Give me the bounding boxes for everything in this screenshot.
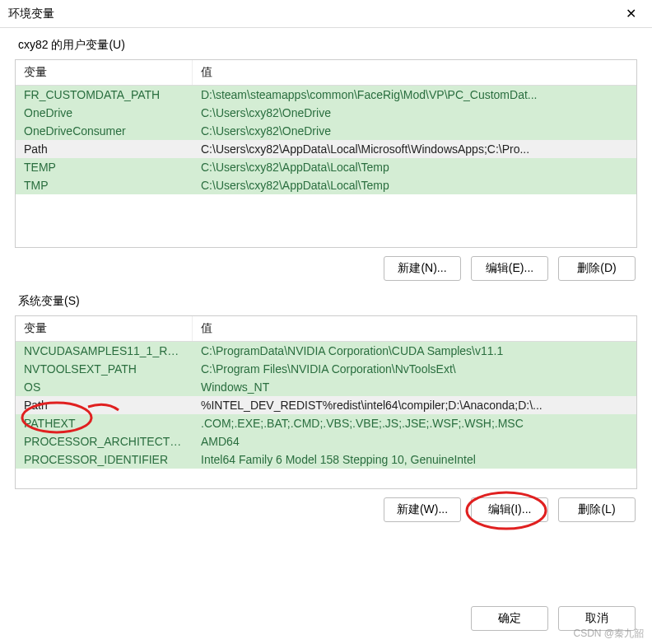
cell-name: TMP [16, 176, 193, 194]
cell-name: NVCUDASAMPLES11_1_RO... [16, 342, 193, 360]
table-row[interactable]: TEMP C:\Users\cxy82\AppData\Local\Temp [16, 158, 636, 176]
table-row[interactable]: OneDrive C:\Users\cxy82\OneDrive [16, 104, 636, 122]
cell-name: OS [16, 378, 193, 396]
table-row[interactable]: Path %INTEL_DEV_REDIST%redist\intel64\co… [16, 396, 636, 414]
cell-value: Windows_NT [193, 378, 636, 396]
col-header-value[interactable]: 值 [193, 316, 636, 341]
dialog-content: cxy82 的用户变量(U) 变量 值 FR_CUSTOMDATA_PATH D… [0, 28, 652, 600]
system-vars-table: 变量 值 NVCUDASAMPLES11_1_RO... C:\ProgramD… [15, 315, 637, 489]
system-vars-body: NVCUDASAMPLES11_1_RO... C:\ProgramData\N… [16, 342, 636, 488]
cell-value: Intel64 Family 6 Model 158 Stepping 10, … [193, 450, 636, 469]
table-row[interactable]: NVTOOLSEXT_PATH C:\Program Files\NVIDIA … [16, 360, 636, 378]
col-header-value[interactable]: 值 [193, 60, 636, 85]
cell-name: Path [16, 396, 193, 414]
dialog-footer: 确定 取消 [0, 600, 652, 644]
user-delete-button[interactable]: 删除(D) [558, 256, 636, 281]
table-row[interactable]: TMP C:\Users\cxy82\AppData\Local\Temp [16, 176, 636, 194]
cell-value: %INTEL_DEV_REDIST%redist\intel64\compile… [193, 396, 636, 414]
cell-name: PROCESSOR_IDENTIFIER [16, 450, 193, 469]
dialog-title: 环境变量 [8, 7, 617, 21]
cell-value: C:\Users\cxy82\AppData\Local\Temp [193, 158, 636, 176]
env-vars-dialog: 环境变量 ✕ cxy82 的用户变量(U) 变量 值 FR_CUSTOMDATA… [0, 0, 652, 644]
cell-value: C:\Program Files\NVIDIA Corporation\NvTo… [193, 360, 636, 378]
user-vars-label: cxy82 的用户变量(U) [18, 38, 637, 53]
cell-value: C:\Users\cxy82\AppData\Local\Microsoft\W… [193, 140, 636, 158]
system-vars-buttons: 新建(W)... 编辑(I)... 删除(L) [15, 497, 637, 522]
cell-name: FR_CUSTOMDATA_PATH [16, 86, 193, 104]
table-row[interactable]: PROCESSOR_IDENTIFIER Intel64 Family 6 Mo… [16, 450, 636, 469]
cell-name: PROCESSOR_ARCHITECTURE [16, 432, 193, 450]
system-edit-button[interactable]: 编辑(I)... [471, 497, 548, 522]
watermark: CSDN @秦九韶 [573, 627, 644, 641]
table-row[interactable]: OneDriveConsumer C:\Users\cxy82\OneDrive [16, 122, 636, 140]
cell-name: OneDriveConsumer [16, 122, 193, 140]
cell-value: .COM;.EXE;.BAT;.CMD;.VBS;.VBE;.JS;.JSE;.… [193, 414, 636, 432]
table-row[interactable]: PATHEXT .COM;.EXE;.BAT;.CMD;.VBS;.VBE;.J… [16, 414, 636, 432]
cell-name: PATHEXT [16, 414, 193, 432]
system-delete-button[interactable]: 删除(L) [558, 497, 636, 522]
system-vars-section: 系统变量(S) 变量 值 NVCUDASAMPLES11_1_RO... C:\… [15, 294, 637, 522]
ok-button[interactable]: 确定 [471, 606, 548, 631]
table-row[interactable]: FR_CUSTOMDATA_PATH D:\steam\steamapps\co… [16, 86, 636, 104]
cell-name: Path [16, 140, 193, 158]
cell-value: C:\Users\cxy82\OneDrive [193, 122, 636, 140]
user-vars-table: 变量 值 FR_CUSTOMDATA_PATH D:\steam\steamap… [15, 59, 637, 248]
system-vars-label: 系统变量(S) [18, 294, 637, 309]
system-vars-headers: 变量 值 [16, 316, 636, 342]
user-new-button[interactable]: 新建(N)... [384, 256, 461, 281]
user-vars-body: FR_CUSTOMDATA_PATH D:\steam\steamapps\co… [16, 86, 636, 247]
table-row[interactable]: Path C:\Users\cxy82\AppData\Local\Micros… [16, 140, 636, 158]
titlebar: 环境变量 ✕ [0, 0, 652, 28]
cell-value: D:\steam\steamapps\common\FaceRig\Mod\VP… [193, 86, 636, 104]
user-vars-section: cxy82 的用户变量(U) 变量 值 FR_CUSTOMDATA_PATH D… [15, 38, 637, 281]
col-header-name[interactable]: 变量 [16, 316, 193, 341]
cell-value: AMD64 [193, 432, 636, 450]
cell-name: OneDrive [16, 104, 193, 122]
cell-value: C:\Users\cxy82\OneDrive [193, 104, 636, 122]
user-vars-headers: 变量 值 [16, 60, 636, 86]
cell-name: NVTOOLSEXT_PATH [16, 360, 193, 378]
user-edit-button[interactable]: 编辑(E)... [471, 256, 548, 281]
col-header-name[interactable]: 变量 [16, 60, 193, 85]
system-new-button[interactable]: 新建(W)... [384, 497, 461, 522]
table-row[interactable]: NVCUDASAMPLES11_1_RO... C:\ProgramData\N… [16, 342, 636, 360]
cell-name: TEMP [16, 158, 193, 176]
cell-value: C:\ProgramData\NVIDIA Corporation\CUDA S… [193, 342, 636, 360]
table-row[interactable]: PROCESSOR_ARCHITECTURE AMD64 [16, 432, 636, 450]
table-row[interactable]: OS Windows_NT [16, 378, 636, 396]
close-icon[interactable]: ✕ [617, 6, 644, 21]
user-vars-buttons: 新建(N)... 编辑(E)... 删除(D) [15, 256, 637, 281]
cell-value: C:\Users\cxy82\AppData\Local\Temp [193, 176, 636, 194]
